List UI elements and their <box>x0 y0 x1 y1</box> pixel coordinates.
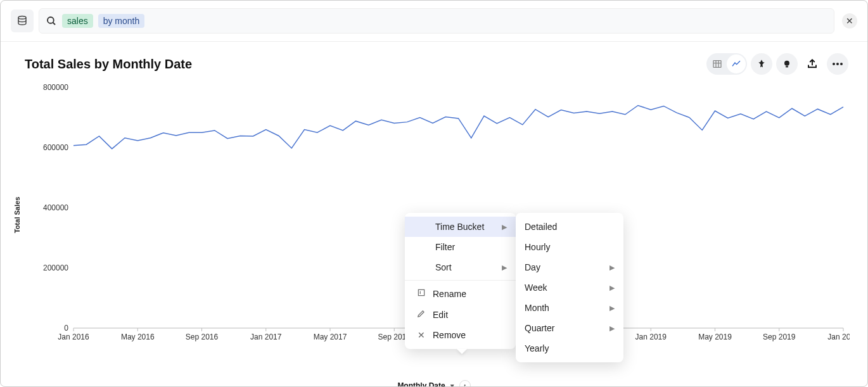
view-table-button[interactable] <box>708 54 727 73</box>
svg-point-1 <box>48 17 54 23</box>
database-icon <box>16 15 28 27</box>
lightbulb-icon <box>782 59 792 69</box>
chevron-right-icon: ▶ <box>610 263 615 272</box>
share-button[interactable] <box>801 53 823 75</box>
svg-text:May 2019: May 2019 <box>698 333 732 341</box>
close-icon: ✕ <box>846 16 853 26</box>
submenu-item-month[interactable]: Month▶ <box>516 298 623 318</box>
close-button[interactable]: ✕ <box>842 13 857 29</box>
menu-item-time-bucket[interactable]: Time Bucket ▶ <box>405 217 516 237</box>
chart-header: Total Sales by Monthly Date <box>1 42 867 75</box>
svg-text:Jan 2019: Jan 2019 <box>635 333 667 341</box>
table-icon <box>712 59 722 69</box>
svg-point-11 <box>840 63 843 65</box>
rename-icon <box>416 288 426 299</box>
svg-text:Jan 2017: Jan 2017 <box>250 333 282 341</box>
svg-text:200000: 200000 <box>43 263 68 272</box>
submenu-item-day[interactable]: Day▶ <box>516 257 623 277</box>
chart-toolbar <box>706 53 848 75</box>
view-chart-button[interactable] <box>727 54 746 73</box>
insights-button[interactable] <box>776 53 798 75</box>
search-input[interactable]: sales by month <box>39 8 834 34</box>
svg-text:Jan 2020: Jan 2020 <box>827 333 850 341</box>
chevron-right-icon: ▶ <box>502 263 507 272</box>
svg-text:Jan 2016: Jan 2016 <box>58 333 89 341</box>
menu-item-rename[interactable]: Rename <box>405 283 516 304</box>
time-bucket-submenu: Detailed Hourly Day▶ Week▶ Month▶ Quarte… <box>516 213 623 362</box>
svg-text:800000: 800000 <box>43 83 68 92</box>
x-axis-label: Monthly Date <box>397 381 445 387</box>
svg-text:0: 0 <box>64 324 68 333</box>
chevron-right-icon: ▶ <box>610 284 615 292</box>
svg-text:600000: 600000 <box>43 143 68 152</box>
sort-ascending-button[interactable]: ↑ <box>459 380 471 387</box>
menu-item-remove[interactable]: ✕ Remove <box>405 325 516 345</box>
view-toggle <box>706 53 747 75</box>
search-bar: sales by month ✕ <box>1 1 867 42</box>
svg-text:May 2017: May 2017 <box>314 333 347 341</box>
more-icon <box>833 63 843 65</box>
arrow-up-icon: ↑ <box>463 382 467 387</box>
pin-icon <box>756 59 767 69</box>
svg-text:Sep 2019: Sep 2019 <box>763 333 796 341</box>
svg-rect-44 <box>418 289 424 295</box>
svg-text:May 2016: May 2016 <box>121 333 155 341</box>
svg-point-0 <box>18 16 26 20</box>
datasource-button[interactable] <box>11 10 34 32</box>
search-token-measure[interactable]: sales <box>62 14 93 28</box>
chevron-right-icon: ▶ <box>610 324 615 333</box>
more-button[interactable] <box>827 53 848 75</box>
svg-point-10 <box>836 63 839 65</box>
menu-separator <box>405 280 516 281</box>
remove-icon: ✕ <box>416 330 426 340</box>
x-axis-control[interactable]: Monthly Date ▼ ↑ <box>1 380 867 387</box>
axis-context-menu: Time Bucket ▶ Filter Sort ▶ Rename Edit … <box>405 213 516 349</box>
chart-title: Total Sales by Monthly Date <box>25 57 192 72</box>
svg-point-7 <box>784 61 789 66</box>
svg-line-2 <box>53 22 55 25</box>
submenu-item-week[interactable]: Week▶ <box>516 277 623 298</box>
submenu-item-detailed[interactable]: Detailed <box>516 217 623 237</box>
chevron-right-icon: ▶ <box>502 223 507 231</box>
line-chart-icon <box>731 59 741 69</box>
search-token-keyword[interactable]: by month <box>98 14 145 28</box>
chevron-right-icon: ▶ <box>610 304 615 312</box>
search-icon <box>46 15 57 27</box>
y-axis-label: Total Sales <box>13 197 21 233</box>
svg-text:400000: 400000 <box>43 203 68 212</box>
svg-rect-3 <box>713 61 721 68</box>
menu-pointer <box>457 349 467 354</box>
submenu-item-yearly[interactable]: Yearly <box>516 338 623 358</box>
svg-rect-8 <box>786 66 788 67</box>
submenu-item-quarter[interactable]: Quarter▶ <box>516 318 623 338</box>
pin-button[interactable] <box>751 53 772 75</box>
share-icon <box>807 58 818 70</box>
pencil-icon <box>416 309 426 320</box>
submenu-item-hourly[interactable]: Hourly <box>516 237 623 257</box>
chevron-down-icon: ▼ <box>449 383 456 388</box>
svg-point-9 <box>833 63 835 65</box>
menu-item-filter[interactable]: Filter <box>405 237 516 257</box>
menu-item-edit[interactable]: Edit <box>405 304 516 325</box>
menu-item-sort[interactable]: Sort ▶ <box>405 257 516 277</box>
svg-text:Sep 2016: Sep 2016 <box>186 333 219 341</box>
